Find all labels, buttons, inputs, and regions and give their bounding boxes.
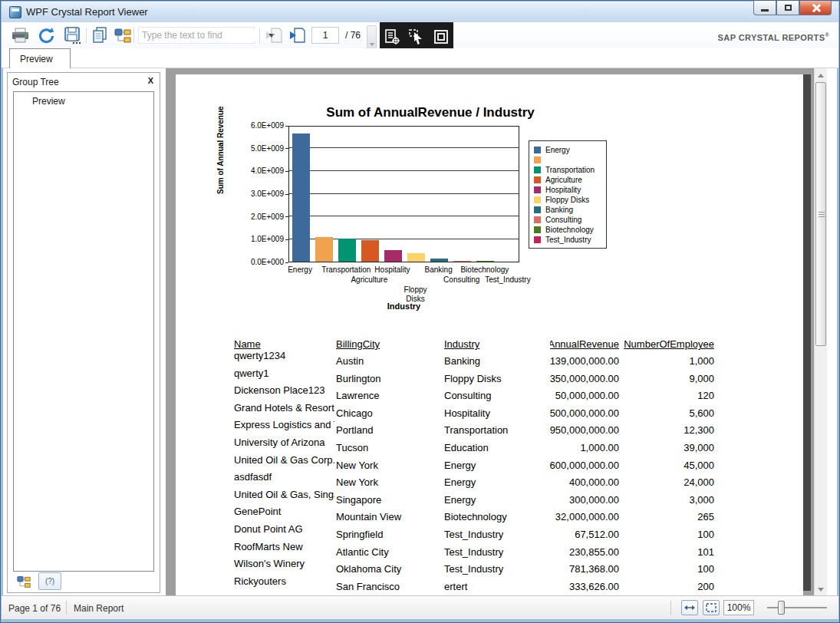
cell-text: 350,000,000.00: [550, 373, 619, 384]
zoom-mode-button[interactable]: [433, 28, 450, 49]
toolbar-separator: [133, 28, 134, 43]
table-cell: 950,000,000.00: [550, 424, 619, 437]
table-cell: RoofMarts New: [234, 541, 334, 552]
table-cell: GenePoint: [234, 506, 334, 517]
page-status-label: Page 1 of 76: [8, 603, 61, 614]
legend-swatch: [534, 147, 541, 153]
scroll-down-icon[interactable]: [818, 588, 824, 592]
legend-label: Transportation: [545, 166, 595, 174]
cell-text: 32,000,000.00: [555, 511, 619, 522]
refresh-button[interactable]: [37, 25, 55, 45]
chart-legend: EnergyTransportationAgricultureHospitali…: [529, 140, 607, 249]
chart-x-label: Hospitality: [374, 265, 410, 274]
parameter-panel-button[interactable]: [384, 28, 400, 49]
parameter-panel-icon: [384, 28, 400, 46]
chart-bar: [384, 250, 402, 262]
table-header-4: NumberOfEmployee: [622, 338, 714, 350]
group-tree-tab-button[interactable]: [12, 572, 35, 590]
table-cell: Donut Point AG: [234, 523, 334, 535]
chart-plot: [288, 126, 519, 262]
chart-gridline: [289, 193, 519, 194]
minimize-button[interactable]: [753, 1, 776, 15]
table-cell: 120: [622, 390, 714, 401]
table-cell: 350,000,000.00: [550, 373, 619, 385]
chart-y-tick-label: 1.0E+009: [244, 235, 284, 243]
legend-item: Biotechnology: [534, 225, 606, 235]
toolbar-separator: [86, 28, 87, 43]
table-cell: Floppy Disks: [444, 373, 536, 384]
cell-text: 950,000,000.00: [550, 424, 619, 436]
table-cell: San Francisco: [336, 581, 440, 592]
selection-mode-button[interactable]: [408, 28, 425, 49]
app-icon: [9, 6, 21, 18]
maximize-button[interactable]: [776, 1, 799, 15]
chart-y-tick-mark: [285, 239, 288, 240]
chart-y-tick-label: 6.0E+009: [244, 121, 284, 130]
legend-swatch: [534, 236, 541, 243]
close-button[interactable]: [799, 1, 832, 15]
toggle-group-tree-button[interactable]: [114, 25, 132, 45]
report-page: Sum of AnnualRevenue / Industry Sum of A…: [176, 74, 803, 597]
chart-x-label: Transportation: [321, 265, 371, 274]
table-cell: 67,512.00: [550, 529, 619, 541]
table-cell: 500,000,000.00: [550, 407, 619, 420]
print-button[interactable]: [11, 25, 31, 45]
table-cell: Energy: [444, 460, 536, 471]
fit-page-icon: [706, 603, 716, 612]
toolbar-overflow-gripper[interactable]: [367, 25, 377, 50]
legend-label: Energy: [545, 146, 570, 154]
previous-page-button[interactable]: [264, 25, 284, 45]
window-controls: [753, 1, 832, 15]
export-button[interactable]: [63, 25, 83, 45]
group-tree-item-preview[interactable]: Preview: [32, 96, 65, 107]
chart-bar: [430, 259, 448, 262]
page-number-input[interactable]: [311, 27, 339, 44]
zoom-level-value[interactable]: 100%: [723, 600, 754, 615]
search-input[interactable]: [139, 30, 264, 41]
chart-gridline: [289, 216, 519, 216]
fit-page-button[interactable]: [703, 600, 720, 615]
tab-strip: Preview: [2, 48, 838, 68]
chart-x-label: Agriculture: [351, 275, 387, 284]
fit-width-button[interactable]: [681, 600, 698, 615]
window-title: WPF Crystal Report Viewer: [26, 6, 148, 18]
table-cell: Rickyouters: [234, 575, 334, 587]
scrollbar-thumb[interactable]: [815, 82, 826, 346]
refresh-icon: [37, 26, 55, 44]
table-cell: Energy: [444, 476, 536, 488]
group-tree-close-button[interactable]: X: [148, 76, 153, 85]
legend-item: Energy: [534, 145, 606, 155]
cell-text: 50,000,000.00: [555, 390, 619, 401]
zoom-slider[interactable]: [767, 607, 827, 608]
scroll-up-icon[interactable]: [818, 74, 824, 77]
table-cell: Banking: [444, 355, 536, 367]
table-cell: 101: [622, 546, 714, 558]
parameters-tab-button[interactable]: (?): [38, 572, 61, 590]
table-cell: Transportation: [444, 424, 536, 436]
table-cell: Test_Industry: [444, 563, 536, 575]
table-cell: 400,000.00: [550, 476, 619, 489]
legend-item: Hospitality: [534, 185, 606, 195]
table-cell: Atlantic City: [336, 546, 440, 558]
tab-preview[interactable]: Preview: [9, 48, 71, 68]
tab-label: Preview: [20, 54, 53, 64]
table-cell: 100: [622, 563, 714, 575]
table-cell: qwerty1: [234, 368, 334, 379]
chart-bar: [292, 134, 310, 262]
legend-label: Test_Industry: [545, 236, 591, 244]
table-cell: ertert: [444, 581, 536, 592]
legend-swatch: [534, 186, 541, 193]
page-total-label: / 76: [345, 30, 361, 41]
legend-item: [534, 155, 606, 165]
vertical-scrollbar[interactable]: [814, 68, 827, 597]
zoom-slider-thumb[interactable]: [778, 601, 785, 615]
chart-x-axis-title: Industry: [288, 302, 519, 311]
cell-text: 300,000.00: [569, 494, 619, 506]
table-cell: 100: [622, 529, 714, 540]
report-name-label: Main Report: [74, 603, 124, 614]
chart-y-tick-label: 4.0E+009: [244, 166, 284, 175]
legend-label: Hospitality: [545, 186, 581, 194]
copy-button[interactable]: [91, 25, 109, 45]
table-cell: Oklahoma City: [336, 563, 440, 575]
next-page-button[interactable]: [288, 25, 308, 45]
